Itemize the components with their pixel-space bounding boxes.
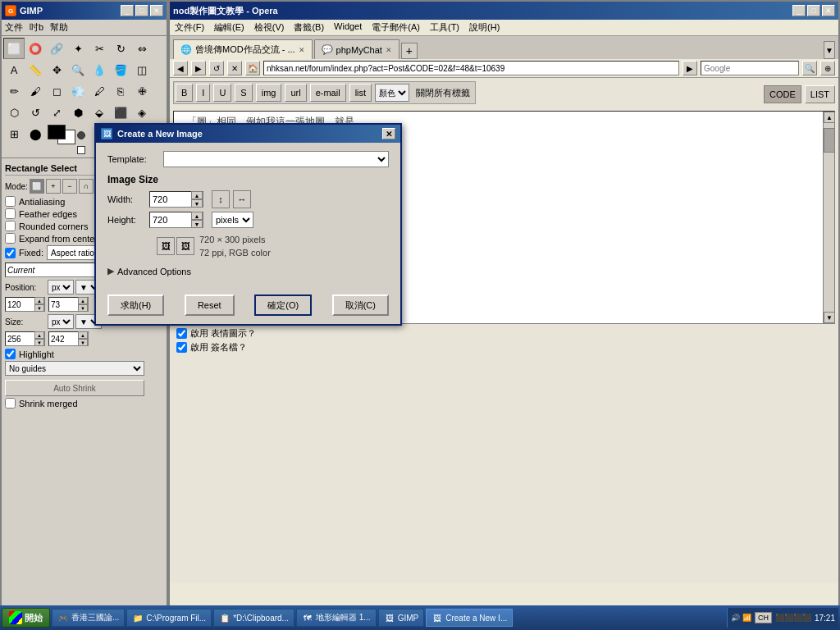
template-row: Template: bbox=[107, 151, 389, 167]
height-spin-down[interactable]: ▼ bbox=[191, 220, 203, 228]
height-spin-up[interactable]: ▲ bbox=[191, 212, 203, 220]
reset-button[interactable]: Reset bbox=[185, 294, 235, 316]
advanced-options-label: Advanced Options bbox=[117, 267, 191, 276]
unit-select[interactable]: pixels bbox=[212, 212, 253, 228]
width-input[interactable] bbox=[150, 192, 191, 207]
dialog-overlay: 🖼 Create a New Image ✕ Template: Image S… bbox=[0, 0, 840, 630]
height-input[interactable] bbox=[150, 212, 191, 227]
template-label: Template: bbox=[107, 154, 157, 164]
create-new-image-dialog: 🖼 Create a New Image ✕ Template: Image S… bbox=[94, 123, 402, 326]
template-select[interactable] bbox=[163, 151, 389, 167]
width-spin-down[interactable]: ▼ bbox=[191, 199, 203, 208]
width-label: Width: bbox=[107, 194, 144, 204]
desktop: G GIMP _ □ ✕ 文件 吋b 幫助 ⬜ ⭕ 🔗 ✦ ✂ ↻ ⇔ A 📏 … bbox=[0, 0, 840, 630]
dialog-close-button[interactable]: ✕ bbox=[382, 128, 395, 139]
info-block: 🖼 🖼 720 × 300 pixels 72 ppi, RGB color bbox=[157, 231, 389, 261]
dialog-title: Create a New Image bbox=[117, 129, 203, 139]
info-dpi: 72 ppi, RGB color bbox=[199, 248, 271, 258]
portrait-icon[interactable]: 🖼 bbox=[157, 237, 175, 255]
advanced-options-row[interactable]: ▶ Advanced Options bbox=[107, 266, 389, 276]
height-row: Height: ▲ ▼ pixels bbox=[107, 212, 389, 228]
width-spin-up[interactable]: ▲ bbox=[191, 191, 203, 199]
help-button[interactable]: 求助(H) bbox=[107, 294, 164, 316]
expand-icon: ▶ bbox=[107, 266, 114, 276]
height-label: Height: bbox=[107, 215, 144, 225]
dialog-body: Template: Image Size Width: ▲ ▼ bbox=[96, 143, 400, 290]
dialog-buttons: 求助(H) Reset 確定(O) 取消(C) bbox=[96, 290, 400, 324]
link-portrait-button[interactable]: ↕ bbox=[212, 190, 230, 208]
ok-button[interactable]: 確定(O) bbox=[254, 294, 312, 316]
info-size: 720 × 300 pixels bbox=[199, 235, 271, 244]
width-row: Width: ▲ ▼ ↕ ↔ bbox=[107, 190, 389, 208]
image-size-label: Image Size bbox=[107, 174, 389, 185]
cancel-button[interactable]: 取消(C) bbox=[332, 294, 389, 316]
dialog-titlebar: 🖼 Create a New Image ✕ bbox=[96, 125, 400, 143]
landscape-icon[interactable]: 🖼 bbox=[176, 237, 194, 255]
dialog-icon: 🖼 bbox=[101, 128, 112, 139]
link-landscape-button[interactable]: ↔ bbox=[233, 190, 251, 208]
